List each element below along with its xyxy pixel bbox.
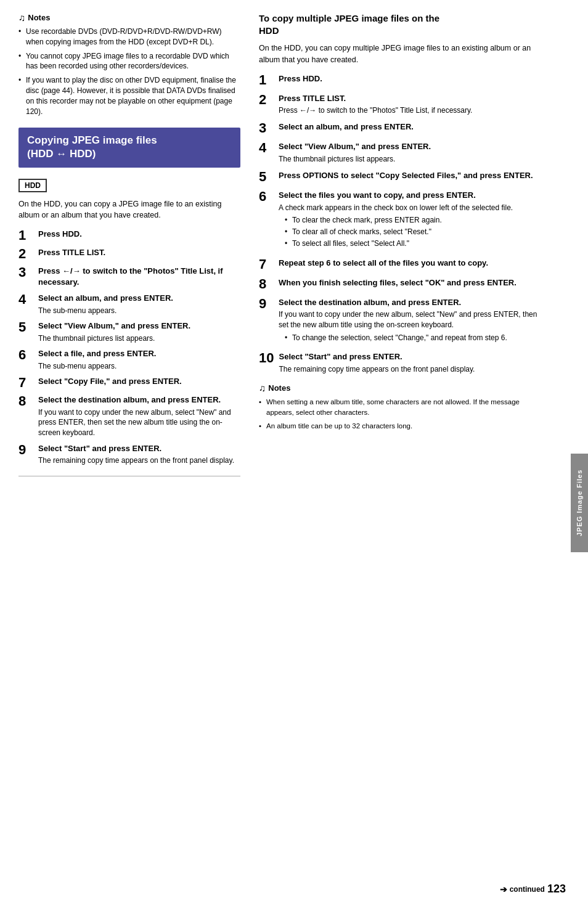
step-sub: The thumbnail pictures list appears. <box>38 333 190 344</box>
right-column: To copy multiple JPEG image files on the… <box>253 12 546 902</box>
step-number: 9 <box>18 443 33 457</box>
step-text: Press HDD. <box>279 73 322 83</box>
side-tab: JPEG Image Files <box>571 454 588 552</box>
step-text: Press OPTIONS to select "Copy Selected F… <box>279 169 533 180</box>
step-text: Repeat step 6 to select all of the files… <box>279 257 488 267</box>
continued-label: continued <box>510 885 545 894</box>
step-bullets: To change the selection, select "Change,… <box>285 333 546 343</box>
step-3-left: 3 Press ←/→ to switch to the "Photos" Ti… <box>18 266 240 288</box>
step-text: Press TITLE LIST. <box>279 92 346 103</box>
step-text: Select the destination album, and press … <box>279 296 461 307</box>
step-text: Press HDD. <box>38 228 82 239</box>
step-number: 1 <box>259 73 274 87</box>
left-steps: 1 Press HDD. 2 Press TITLE LIST. 3 Press… <box>18 229 240 466</box>
step-text: Select "Start" and press ENTER. <box>38 443 161 453</box>
step-6-left: 6 Select a file, and press ENTER. The su… <box>18 348 240 371</box>
step-number: 5 <box>259 170 274 184</box>
step-number: 1 <box>18 229 33 242</box>
notes-icon-bottom: ♫ <box>259 383 266 393</box>
continued-arrow-icon: ➔ <box>500 884 507 894</box>
continued-area: ➔ continued 123 <box>500 883 566 896</box>
step-5-right: 5 Press OPTIONS to select "Copy Selected… <box>259 170 546 184</box>
page-container: JPEG Image Files ♫ Notes Use recordable … <box>0 0 588 914</box>
step-9-right: 9 Select the destination album, and pres… <box>259 297 546 346</box>
step-number: 9 <box>259 297 274 311</box>
step-text: Select "View Album," and press ENTER. <box>279 141 431 151</box>
step-6-right: 6 Select the files you want to copy, and… <box>259 190 546 251</box>
bullet-item: To change the selection, select "Change,… <box>285 333 546 343</box>
section-box: Copying JPEG image files (HDD ↔ HDD) <box>18 128 240 167</box>
step-sub: If you want to copy under the new album,… <box>38 407 240 438</box>
step-number: 6 <box>259 190 274 203</box>
step-number: 6 <box>18 348 33 362</box>
step-number: 8 <box>259 277 274 291</box>
section-title: Copying JPEG image files (HDD ↔ HDD) <box>27 134 232 161</box>
notes-icon: ♫ <box>18 12 25 23</box>
right-heading: To copy multiple JPEG image files on the… <box>259 12 546 36</box>
step-10-right: 10 Select "Start" and press ENTER. The r… <box>259 351 546 374</box>
step-number: 2 <box>18 247 33 261</box>
step-1-right: 1 Press HDD. <box>259 73 546 87</box>
notes-heading-bottom: Notes <box>268 383 290 393</box>
right-steps: 1 Press HDD. 2 Press TITLE LIST. Press ←… <box>259 73 546 375</box>
notes-title-bottom: ♫ Notes <box>259 383 546 393</box>
step-text: Select an album, and press ENTER. <box>279 121 414 131</box>
notes-heading: Notes <box>28 13 50 22</box>
left-column: ♫ Notes Use recordable DVDs (DVD-R/DVD+R… <box>18 12 253 902</box>
step-2-left: 2 Press TITLE LIST. <box>18 247 240 261</box>
bullet-item: To clear all of check marks, select "Res… <box>285 227 513 237</box>
step-text: Select "Start" and press ENTER. <box>279 351 402 361</box>
step-text: Select "Copy File," and press ENTER. <box>38 375 182 386</box>
step-number: 8 <box>18 394 33 408</box>
step-text: Select an album, and press ENTER. <box>38 292 173 303</box>
step-number: 4 <box>259 141 274 155</box>
bullet-item: To select all files, select "Select All.… <box>285 239 513 249</box>
step-4-left: 4 Select an album, and press ENTER. The … <box>18 293 240 316</box>
step-sub: Press ←/→ to switch to the "Photos" Titl… <box>279 105 472 116</box>
side-tab-label: JPEG Image Files <box>576 469 583 536</box>
bullet-item: To clear the check mark, press ENTER aga… <box>285 215 513 226</box>
step-4-right: 4 Select "View Album," and press ENTER. … <box>259 141 546 164</box>
step-sub: The remaining copy time appears on the f… <box>279 364 475 375</box>
step-number: 2 <box>259 93 274 107</box>
step-text: Select the files you want to copy, and p… <box>279 189 476 200</box>
note-item: If you want to play the disc on other DV… <box>18 75 240 116</box>
step-9-left: 9 Select "Start" and press ENTER. The re… <box>18 443 240 466</box>
step-text: Select a file, and press ENTER. <box>38 348 156 358</box>
step-text: Select the destination album, and press … <box>38 394 221 404</box>
step-sub: If you want to copy under the new album,… <box>279 309 546 330</box>
step-text: Press ←/→ to switch to the "Photos" Titl… <box>38 265 223 287</box>
note-item-bottom: An album title can be up to 32 character… <box>259 421 546 431</box>
step-1-left: 1 Press HDD. <box>18 229 240 242</box>
step-5-left: 5 Select "View Album," and press ENTER. … <box>18 320 240 343</box>
step-text: Press TITLE LIST. <box>38 247 105 257</box>
step-3-right: 3 Select an album, and press ENTER. <box>259 121 546 135</box>
step-number: 10 <box>259 351 274 365</box>
divider <box>18 476 240 476</box>
step-sub: The sub-menu appears. <box>38 306 173 316</box>
step-7-right: 7 Repeat step 6 to select all of the fil… <box>259 258 546 271</box>
step-sub: The sub-menu appears. <box>38 361 156 372</box>
page-number: 123 <box>547 883 566 896</box>
step-number: 5 <box>18 320 33 334</box>
left-intro-text: On the HDD, you can copy a JPEG image fi… <box>18 198 240 222</box>
step-number: 7 <box>18 376 33 390</box>
notes-section-bottom: ♫ Notes When setting a new album title, … <box>259 383 546 430</box>
step-2-right: 2 Press TITLE LIST. Press ←/→ to switch … <box>259 93 546 116</box>
note-item-bottom: When setting a new album title, some cha… <box>259 397 546 417</box>
step-text: When you finish selecting files, select … <box>279 277 517 287</box>
step-sub: A check mark appears in the check box on… <box>279 203 513 213</box>
step-8-right: 8 When you finish selecting files, selec… <box>259 277 546 291</box>
right-intro-text: On the HDD, you can copy multiple JPEG i… <box>259 43 546 66</box>
step-number: 4 <box>18 293 33 306</box>
step-number: 3 <box>18 266 33 279</box>
note-item: Use recordable DVDs (DVD-R/DVD+R/DVD-RW/… <box>18 27 240 47</box>
hdd-badge: HDD <box>18 179 47 192</box>
notes-section-top: ♫ Notes Use recordable DVDs (DVD-R/DVD+R… <box>18 12 240 116</box>
step-text: Select "View Album," and press ENTER. <box>38 320 190 330</box>
step-7-left: 7 Select "Copy File," and press ENTER. <box>18 376 240 390</box>
notes-list: Use recordable DVDs (DVD-R/DVD+R/DVD-RW/… <box>18 27 240 116</box>
step-bullets: To clear the check mark, press ENTER aga… <box>285 215 513 248</box>
step-sub: The remaining copy time appears on the f… <box>38 455 234 466</box>
notes-title: ♫ Notes <box>18 12 240 23</box>
